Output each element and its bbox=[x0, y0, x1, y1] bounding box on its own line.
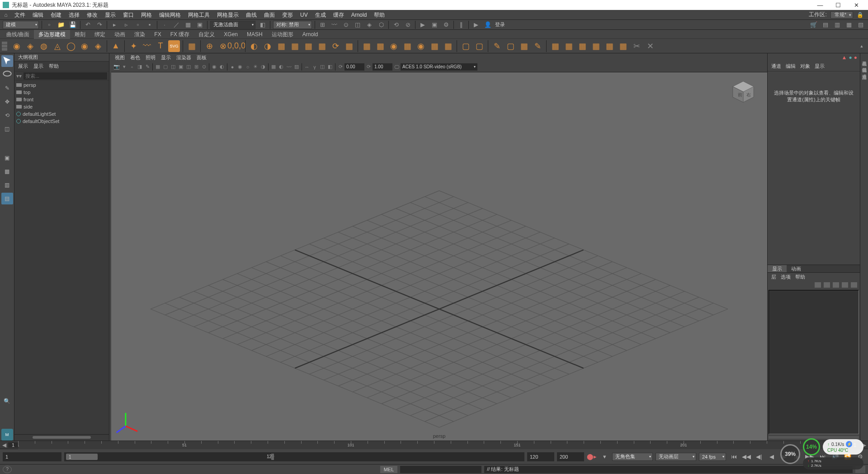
layer-vis-icon[interactable] bbox=[815, 282, 821, 288]
shelf-item-12[interactable]: T bbox=[155, 40, 166, 52]
shelf-item-17[interactable]: ⊕ bbox=[203, 40, 215, 52]
play-next-icon[interactable]: |▶ bbox=[792, 452, 802, 462]
shelf-scroll-up-icon[interactable]: ▲ bbox=[857, 42, 866, 51]
filter-icon[interactable]: ▾▾ bbox=[16, 73, 22, 79]
rotate-tool-icon[interactable]: ⟲ bbox=[1, 109, 13, 121]
charset-selector[interactable]: 无角色集 bbox=[612, 453, 653, 461]
shelf-item-6[interactable]: ◈ bbox=[92, 40, 104, 52]
shelf-item-30[interactable]: ▦ bbox=[361, 40, 373, 52]
shelf-item-2[interactable]: ◍ bbox=[38, 40, 50, 52]
shelf-item-53[interactable]: ✕ bbox=[644, 40, 656, 52]
select-mode-icon[interactable]: ▸ bbox=[110, 20, 119, 29]
layer-menu-层[interactable]: 层 bbox=[771, 274, 776, 280]
pref-icon[interactable]: ⚙ bbox=[855, 452, 865, 462]
snap-plane-icon[interactable]: ◫ bbox=[353, 20, 362, 29]
lasso-tool-icon[interactable] bbox=[1, 69, 13, 81]
play-nextkey-icon[interactable]: ▶▶ bbox=[805, 452, 815, 462]
undo-icon[interactable]: ↶ bbox=[83, 20, 92, 29]
vp-flat-icon[interactable]: ○ bbox=[244, 63, 251, 71]
layer-up-icon[interactable] bbox=[842, 282, 848, 288]
vp-focal-refresh-icon[interactable]: ⟳ bbox=[365, 63, 372, 71]
script-input[interactable] bbox=[400, 466, 481, 473]
shelf-item-32[interactable]: ◉ bbox=[388, 40, 400, 52]
time-slider[interactable]: ◀ 1 151101151201 1 ▶ bbox=[0, 441, 868, 449]
shelf-item-43[interactable]: ▦ bbox=[518, 40, 530, 52]
outliner-item[interactable]: side bbox=[14, 103, 109, 110]
shelf-tab-3[interactable]: 绑定 bbox=[90, 30, 110, 39]
vp-camlist-icon[interactable]: 📷 bbox=[113, 63, 120, 71]
layer-scrollbar[interactable] bbox=[768, 435, 860, 441]
shelf-item-19[interactable]: 0,0,0 bbox=[231, 40, 242, 52]
play-prevkey-icon[interactable]: ◀◀ bbox=[741, 452, 751, 462]
cb-show-icon[interactable]: ● bbox=[849, 54, 852, 61]
shelf-tab-10[interactable]: MASH bbox=[242, 30, 267, 39]
shelf-item-46[interactable]: ▦ bbox=[549, 40, 561, 52]
edge-mask-icon[interactable]: ／ bbox=[172, 20, 181, 29]
menu-修改[interactable]: 修改 bbox=[83, 12, 101, 18]
cb-tab-编辑[interactable]: 编辑 bbox=[786, 63, 796, 70]
ipr-icon[interactable]: ▣ bbox=[430, 20, 439, 29]
shelf-item-1[interactable]: ◈ bbox=[24, 40, 36, 52]
vp-light-icon[interactable]: ☀ bbox=[252, 63, 259, 71]
vp-grease-icon[interactable]: ✎ bbox=[144, 63, 151, 71]
vp-joints-icon[interactable]: ⊙ bbox=[200, 63, 208, 71]
module-selector[interactable]: 建模 bbox=[3, 21, 39, 29]
shelf-tab-11[interactable]: 运动图形 bbox=[267, 30, 298, 39]
shelf-item-28[interactable]: ▦ bbox=[343, 40, 355, 52]
shelf-tab-7[interactable]: FX 缓存 bbox=[166, 30, 194, 39]
script-lang-label[interactable]: MEL bbox=[380, 466, 398, 473]
layout-panel1-icon[interactable]: ▤ bbox=[821, 20, 830, 29]
vp-motion-icon[interactable]: 〰 bbox=[285, 63, 292, 71]
shelf-handle-icon[interactable] bbox=[2, 42, 7, 51]
render-settings-icon[interactable]: ⚙ bbox=[442, 20, 451, 29]
move-tool-icon[interactable]: ✥ bbox=[1, 96, 13, 108]
layer-menu-帮助[interactable]: 帮助 bbox=[795, 274, 805, 280]
layout-panel3-icon[interactable]: ▦ bbox=[844, 20, 854, 29]
layout-four-icon[interactable]: ▦ bbox=[1, 166, 13, 177]
view-cube[interactable]: 前 右 bbox=[730, 79, 756, 105]
layer-list[interactable] bbox=[769, 290, 859, 434]
select-comp-icon[interactable]: ▪ bbox=[145, 20, 154, 29]
menu-帮助[interactable]: 帮助 bbox=[370, 12, 388, 18]
menu-创建[interactable]: 创建 bbox=[47, 12, 65, 18]
shelf-item-10[interactable]: ✦ bbox=[127, 40, 139, 52]
shelf-tab-0[interactable]: 曲线/曲面 bbox=[2, 30, 34, 39]
shelf-item-34[interactable]: ◉ bbox=[415, 40, 427, 52]
key-menu-icon[interactable]: ▾ bbox=[599, 452, 609, 462]
vp-colour-icon[interactable]: ◧ bbox=[326, 63, 334, 71]
shelf-tab-2[interactable]: 雕刻 bbox=[70, 30, 90, 39]
shelf-item-22[interactable]: ◑ bbox=[262, 40, 274, 52]
menu-网格[interactable]: 网格 bbox=[137, 12, 156, 18]
vp-ao-icon[interactable]: ◐ bbox=[278, 63, 285, 71]
paint-select-tool-icon[interactable]: ✎ bbox=[1, 82, 13, 94]
shelf-item-27[interactable]: ⟳ bbox=[330, 40, 341, 52]
shelf-item-38[interactable]: ▢ bbox=[460, 40, 472, 52]
shelf-tab-1[interactable]: 多边形建模 bbox=[34, 30, 70, 39]
uv-mask-icon[interactable]: ▣ bbox=[195, 20, 204, 29]
face-mask-icon[interactable]: ▦ bbox=[184, 20, 193, 29]
side-tab[interactable]: 通道盒/图层 bbox=[861, 68, 868, 75]
vp-menu-显示[interactable]: 显示 bbox=[161, 54, 171, 61]
shelf-item-48[interactable]: ▦ bbox=[576, 40, 588, 52]
home-icon[interactable]: ⌂ bbox=[2, 11, 10, 19]
range-start-input[interactable]: 1 bbox=[3, 452, 61, 461]
snap-curve-icon[interactable]: 〰 bbox=[330, 20, 339, 29]
shelf-item-39[interactable]: ▢ bbox=[473, 40, 485, 52]
shelf-item-5[interactable]: ◉ bbox=[79, 40, 90, 52]
layer-vis2-icon[interactable] bbox=[824, 282, 830, 288]
new-scene-icon[interactable]: ▫ bbox=[45, 20, 54, 29]
layout-two-icon[interactable]: ▥ bbox=[1, 179, 13, 191]
cb-tab-对象[interactable]: 对象 bbox=[800, 63, 810, 70]
vp-iso-icon[interactable]: ◉ bbox=[211, 63, 218, 71]
outliner-menu-帮助[interactable]: 帮助 bbox=[49, 63, 59, 70]
play-fwd-icon[interactable]: ▶ bbox=[779, 452, 789, 462]
vp-gamma-icon[interactable]: γ bbox=[311, 63, 318, 71]
shelf-item-8[interactable]: ▲ bbox=[110, 40, 122, 52]
shelf-item-4[interactable]: ◯ bbox=[65, 40, 77, 52]
render-icon[interactable]: ▶ bbox=[418, 20, 427, 29]
play-end-icon[interactable]: ⏭ bbox=[817, 452, 827, 462]
outliner-item[interactable]: defaultObjectSet bbox=[14, 118, 109, 125]
vp-menu-视图[interactable]: 视图 bbox=[115, 54, 125, 61]
shelf-item-49[interactable]: ▦ bbox=[590, 40, 602, 52]
vp-colorspace-icon[interactable]: 🖵 bbox=[393, 63, 400, 71]
